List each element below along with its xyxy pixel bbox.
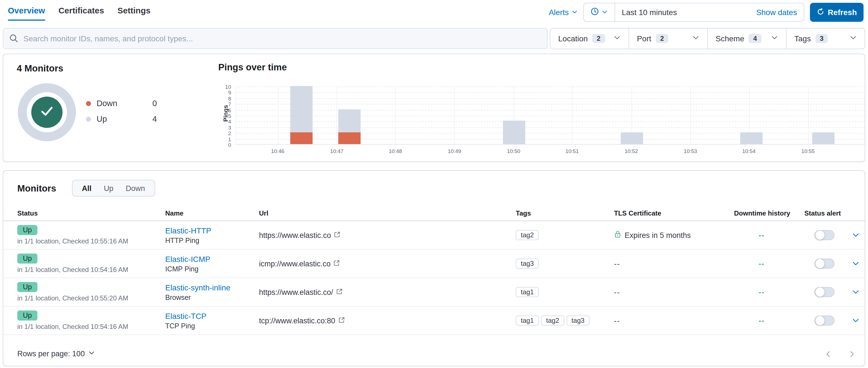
external-link-icon (336, 288, 343, 296)
chevron-down-icon (692, 33, 700, 43)
next-page-button[interactable] (848, 350, 856, 358)
column-header-tags: Tags (516, 209, 614, 217)
monitor-name-link[interactable]: Elastic-TCP (165, 311, 259, 320)
x-tick-label: 10:49 (448, 148, 461, 154)
expand-row-button[interactable] (852, 288, 866, 296)
expand-row-button[interactable] (852, 260, 866, 268)
external-link-icon (338, 316, 345, 325)
clock-icon (591, 7, 599, 18)
name-cell: Elastic-TCP TCP Ping (165, 311, 259, 330)
tls-empty-value: -- (614, 316, 620, 325)
up-pings-segment (812, 132, 834, 144)
expand-row-button[interactable] (852, 231, 866, 239)
monitors-title: Monitors (17, 183, 56, 193)
downtime-history-cell: -- (734, 259, 804, 268)
gridline (236, 87, 865, 87)
status-badge: Up (17, 225, 37, 235)
filter-count-badge: 3 (815, 34, 828, 43)
url-cell[interactable]: tcp://www.elastic.co:80 (259, 316, 516, 325)
column-header-url: Url (259, 209, 516, 217)
status-cell: Up in 1/1 location, Checked 10:54:16 AM (17, 253, 165, 274)
status-detail: in 1/1 location, Checked 10:54:16 AM (17, 323, 165, 331)
url-cell[interactable]: https://www.elastic.co (259, 231, 516, 239)
search-input[interactable] (3, 28, 548, 49)
url-cell[interactable]: https://www.elastic.co/ (259, 288, 516, 296)
tls-cell: Expires in 5 months (614, 231, 734, 240)
search-box (3, 28, 548, 49)
url-text: icmp://www.elastic.co (259, 259, 331, 268)
monitor-name-link[interactable]: Elastic-HTTP (165, 226, 259, 235)
gridline (236, 116, 865, 116)
ping-bar-10:52:00 (621, 132, 643, 144)
monitor-type: TCP Ping (165, 322, 259, 330)
filter-label: Port (637, 34, 651, 43)
tab-certificates[interactable]: Certificates (58, 6, 104, 21)
url-cell[interactable]: icmp://www.elastic.co (259, 259, 516, 268)
filter-location[interactable]: Location 2 (550, 29, 629, 49)
status-cell: Up in 1/1 location, Checked 10:55:16 AM (17, 225, 165, 245)
filter-label: Scheme (716, 34, 744, 43)
previous-page-button[interactable] (825, 350, 832, 358)
monitor-row-elastic-tcp: Up in 1/1 location, Checked 10:54:16 AM … (3, 307, 866, 335)
name-cell: Elastic-synth-inline Browser (165, 283, 259, 301)
downtime-history-cell: -- (734, 316, 804, 325)
gridline (278, 87, 278, 144)
status-filter-tabs: AllUpDown (72, 180, 155, 196)
time-picker-quick-menu[interactable] (584, 3, 615, 21)
status-filter-down[interactable]: Down (120, 184, 151, 192)
status-alert-toggle[interactable] (814, 230, 835, 240)
expand-row-button[interactable] (852, 317, 866, 325)
rows-per-page-button[interactable]: Rows per page: 100 (17, 349, 95, 358)
refresh-icon (817, 7, 825, 17)
status-alert-toggle[interactable] (814, 258, 835, 269)
tab-overview[interactable]: Overview (8, 6, 45, 21)
monitor-name-link[interactable]: Elastic-synth-inline (165, 283, 259, 292)
tab-settings[interactable]: Settings (118, 6, 150, 21)
status-filter-all[interactable]: All (75, 184, 98, 192)
url-text: https://www.elastic.co/ (259, 288, 333, 296)
refresh-button[interactable]: Refresh (810, 3, 864, 22)
legend-dot (86, 101, 91, 106)
monitor-type: ICMP Ping (165, 265, 259, 273)
gridline (236, 87, 236, 144)
x-tick-label: 10:55 (801, 148, 815, 154)
filter-tags[interactable]: Tags 3 (786, 29, 865, 49)
gridline (454, 87, 455, 144)
status-alert-toggle[interactable] (814, 315, 835, 326)
time-range-label[interactable]: Last 10 minutes (615, 8, 756, 17)
down-pings-segment (338, 132, 361, 144)
up-pings-segment (621, 132, 643, 144)
chevron-down-icon (571, 8, 578, 17)
gridline (236, 121, 865, 122)
filter-port[interactable]: Port 2 (629, 29, 708, 49)
legend-value: 4 (152, 115, 175, 123)
ping-bar-10:54:00 (740, 132, 763, 144)
monitor-type: Browser (165, 294, 259, 301)
tls-cell: -- (614, 259, 734, 268)
chevron-down-icon (771, 33, 778, 43)
alerts-dropdown[interactable]: Alerts (549, 8, 578, 17)
gridline (337, 87, 337, 144)
status-filter-up[interactable]: Up (98, 184, 120, 192)
up-pings-segment (503, 121, 526, 144)
monitors-header: Monitors AllUpDown (17, 180, 155, 196)
filter-scheme[interactable]: Scheme 4 (708, 29, 786, 49)
monitor-name-link[interactable]: Elastic-ICMP (165, 254, 259, 263)
chevron-down-icon (849, 33, 857, 43)
gridline (808, 87, 809, 144)
status-alert-cell (804, 230, 852, 240)
tls-cell: -- (614, 288, 734, 296)
tls-cell: -- (614, 316, 734, 325)
tags-cell: tag2 (516, 230, 614, 240)
show-dates-button[interactable]: Show dates (756, 8, 804, 17)
up-pings-segment (740, 132, 763, 144)
stats-panel: 4 Monitors Down 0 Up 4 Pings over time P… (3, 54, 865, 162)
status-alert-cell (804, 315, 852, 326)
filter-count-badge: 4 (749, 34, 762, 43)
status-alert-toggle[interactable] (814, 287, 835, 297)
legend-label: Down (97, 99, 152, 108)
y-tick-label: 4 (214, 119, 231, 125)
status-badge: Up (17, 310, 37, 320)
top-bar: OverviewCertificatesSettings Alerts Last… (0, 0, 868, 26)
gridline (236, 104, 865, 104)
